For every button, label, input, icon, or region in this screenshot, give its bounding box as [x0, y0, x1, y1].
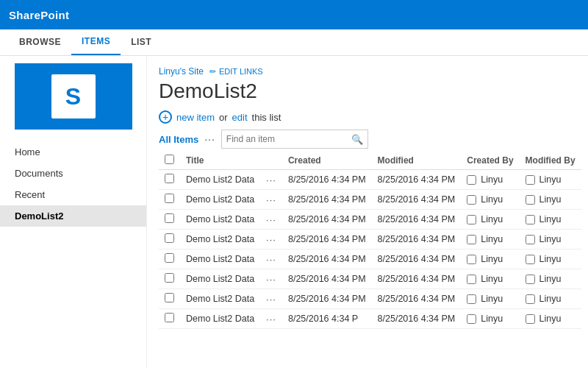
row-checkbox-cell — [159, 309, 180, 329]
select-all-checkbox[interactable] — [165, 155, 174, 164]
sidebar-item-home[interactable]: Home — [0, 141, 146, 163]
created-by-name: Linyu — [481, 274, 503, 284]
row-checkbox[interactable] — [165, 233, 174, 243]
row-ellipsis-menu[interactable]: ··· — [266, 194, 276, 205]
row-modified-by: Linyu — [520, 210, 581, 230]
sidebar-item-documents[interactable]: Documents — [0, 163, 146, 184]
modified-by-checkbox[interactable] — [526, 235, 535, 244]
created-by-checkbox[interactable] — [467, 275, 476, 284]
action-bar: + new item or edit this list — [159, 110, 576, 124]
row-modified-by: Linyu — [520, 269, 581, 289]
search-box: 🔍 — [221, 130, 368, 149]
table-row: Demo List2 Data ··· 8/25/2016 4:34 P 8/2… — [159, 309, 581, 329]
row-modified: 8/25/2016 4:34 PM — [372, 190, 462, 210]
this-list-text: this list — [252, 112, 282, 123]
row-title[interactable]: Demo List2 Data — [180, 250, 260, 269]
search-button[interactable]: 🔍 — [347, 134, 368, 145]
breadcrumb: Linyu's Site ✏ EDIT LINKS — [159, 66, 576, 77]
site-name-link[interactable]: Linyu's Site — [159, 66, 204, 77]
col-title-header: Title — [180, 152, 260, 170]
col-check — [159, 152, 180, 170]
view-dots-menu[interactable]: ··· — [204, 133, 215, 145]
created-by-checkbox[interactable] — [467, 255, 476, 264]
modified-by-name: Linyu — [539, 234, 562, 244]
row-title[interactable]: Demo List2 Data — [180, 309, 260, 329]
row-checkbox-cell — [159, 250, 180, 269]
row-created: 8/25/2016 4:34 PM — [282, 289, 372, 309]
top-bar: SharePoint — [0, 0, 588, 29]
modified-by-name: Linyu — [539, 214, 562, 224]
created-by-checkbox[interactable] — [467, 175, 476, 185]
search-input[interactable] — [222, 130, 347, 148]
tab-items[interactable]: ITEMS — [71, 29, 121, 55]
row-menu-cell: ··· — [260, 230, 282, 250]
all-items-view[interactable]: All Items — [159, 134, 198, 145]
row-ellipsis-menu[interactable]: ··· — [266, 274, 276, 285]
modified-by-checkbox[interactable] — [526, 314, 535, 324]
edit-links-btn[interactable]: ✏ EDIT LINKS — [209, 67, 263, 77]
modified-by-checkbox[interactable] — [526, 195, 535, 205]
row-title[interactable]: Demo List2 Data — [180, 289, 260, 309]
row-ellipsis-menu[interactable]: ··· — [266, 234, 276, 245]
row-ellipsis-menu[interactable]: ··· — [266, 294, 276, 305]
row-modified: 8/25/2016 4:34 PM — [372, 170, 462, 190]
created-by-checkbox[interactable] — [467, 314, 476, 324]
row-checkbox[interactable] — [165, 194, 174, 203]
row-modified: 8/25/2016 4:34 PM — [372, 269, 462, 289]
created-by-name: Linyu — [481, 214, 503, 224]
row-title[interactable]: Demo List2 Data — [180, 230, 260, 250]
row-title[interactable]: Demo List2 Data — [180, 190, 260, 210]
created-by-checkbox[interactable] — [467, 195, 476, 205]
modified-by-checkbox[interactable] — [526, 294, 535, 304]
created-by-checkbox[interactable] — [467, 294, 476, 304]
row-modified: 8/25/2016 4:34 PM — [372, 289, 462, 309]
modified-by-checkbox[interactable] — [526, 215, 535, 224]
tab-list[interactable]: LIST — [121, 29, 162, 55]
row-menu-cell: ··· — [260, 170, 282, 190]
row-menu-cell: ··· — [260, 190, 282, 210]
modified-by-name: Linyu — [539, 314, 562, 324]
row-checkbox-cell — [159, 289, 180, 309]
row-checkbox[interactable] — [165, 213, 174, 223]
table-row: Demo List2 Data ··· 8/25/2016 4:34 PM 8/… — [159, 230, 581, 250]
row-title[interactable]: Demo List2 Data — [180, 269, 260, 289]
row-modified: 8/25/2016 4:34 PM — [372, 210, 462, 230]
row-checkbox[interactable] — [165, 174, 174, 183]
row-modified-by: Linyu — [520, 190, 581, 210]
created-by-checkbox[interactable] — [467, 215, 476, 224]
modified-by-name: Linyu — [539, 194, 562, 205]
row-ellipsis-menu[interactable]: ··· — [266, 254, 276, 265]
new-item-link[interactable]: new item — [176, 112, 215, 123]
edit-list-link[interactable]: edit — [232, 112, 248, 123]
modified-by-checkbox[interactable] — [526, 255, 535, 264]
col-menu-header — [260, 152, 282, 170]
table-row: Demo List2 Data ··· 8/25/2016 4:34 PM 8/… — [159, 250, 581, 269]
table-row: Demo List2 Data ··· 8/25/2016 4:34 PM 8/… — [159, 190, 581, 210]
row-checkbox[interactable] — [165, 313, 174, 322]
created-by-checkbox[interactable] — [467, 235, 476, 244]
row-created: 8/25/2016 4:34 PM — [282, 210, 372, 230]
row-title[interactable]: Demo List2 Data — [180, 170, 260, 190]
row-title[interactable]: Demo List2 Data — [180, 210, 260, 230]
row-menu-cell: ··· — [260, 210, 282, 230]
row-modified: 8/25/2016 4:34 PM — [372, 230, 462, 250]
row-ellipsis-menu[interactable]: ··· — [266, 214, 276, 225]
created-by-name: Linyu — [481, 174, 503, 185]
nav-tabs: BROWSE ITEMS LIST — [0, 29, 588, 56]
new-item-plus-icon[interactable]: + — [159, 110, 172, 124]
row-checkbox[interactable] — [165, 293, 174, 302]
created-by-name: Linyu — [481, 234, 503, 244]
modified-by-checkbox[interactable] — [526, 275, 535, 284]
row-checkbox[interactable] — [165, 273, 174, 283]
row-created: 8/25/2016 4:34 PM — [282, 250, 372, 269]
tab-browse[interactable]: BROWSE — [9, 29, 71, 55]
row-menu-cell: ··· — [260, 269, 282, 289]
row-ellipsis-menu[interactable]: ··· — [266, 174, 276, 185]
sidebar-item-demolist2[interactable]: DemoList2 — [0, 205, 146, 227]
row-checkbox-cell — [159, 269, 180, 289]
sidebar-item-recent[interactable]: Recent — [0, 184, 146, 205]
table-row: Demo List2 Data ··· 8/25/2016 4:34 PM 8/… — [159, 269, 581, 289]
row-checkbox[interactable] — [165, 253, 174, 263]
modified-by-checkbox[interactable] — [526, 175, 535, 185]
row-ellipsis-menu[interactable]: ··· — [266, 314, 276, 325]
